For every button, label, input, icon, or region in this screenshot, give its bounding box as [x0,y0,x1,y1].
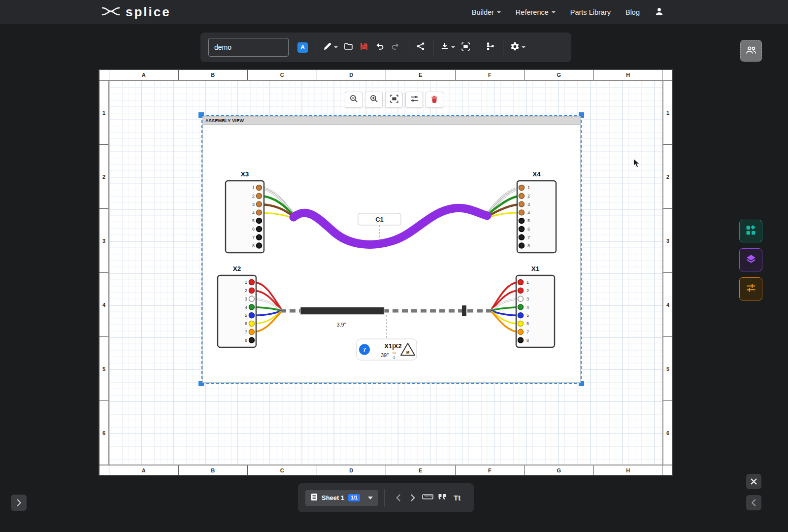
cable-c1-wires-right [486,188,520,218]
pin-number: 1 [526,280,529,285]
save-button[interactable] [357,38,371,57]
redo-button[interactable] [389,38,402,57]
ruler-row-label: 6 [663,401,672,465]
edit-mode-button[interactable] [322,38,339,57]
fullscreen-button[interactable] [459,38,472,57]
share-button[interactable] [414,38,427,57]
nav-reference-label: Reference [516,8,549,16]
pin-number: 4 [527,210,530,215]
close-icon [751,478,757,485]
connector-x4[interactable]: X4 12345678 [517,170,556,253]
project-name-input[interactable] [208,38,289,57]
chevron-down-icon [497,11,501,13]
chevron-down-icon [451,46,455,48]
ruler-column-label: F [456,70,525,80]
pin-contact [518,296,524,301]
fit-view-button[interactable] [385,92,403,108]
pin-number: 6 [245,321,247,326]
delete-button[interactable] [426,92,443,108]
view-options-button[interactable] [405,92,423,108]
collaborators-button[interactable] [740,40,762,62]
svg-text:X3: X3 [241,170,249,178]
layers-panel-button[interactable] [739,248,762,271]
pin-number: 8 [527,243,530,248]
chevron-down-icon [552,11,556,13]
properties-panel-button[interactable] [739,277,762,300]
pin-contact [519,234,525,240]
expand-left-panel-button[interactable] [11,495,27,511]
pin-contact [249,288,255,293]
nav-parts-library[interactable]: Parts Library [570,8,611,16]
zoom-in-button[interactable] [365,92,383,108]
pin-number: 1 [527,185,530,190]
zoom-out-button[interactable] [345,92,362,108]
pin-contact [249,329,255,334]
nav-builder[interactable]: Builder [472,8,501,16]
sheet-bar: Sheet 1 1/1 Tt [298,483,474,512]
collapse-right-panel-button[interactable] [746,495,761,510]
parts-panel-button[interactable] [739,220,762,242]
pin-number: 7 [252,235,255,240]
connector-x3[interactable]: X3 12345678 [226,170,264,253]
connector-x2[interactable]: X2 12345678 [218,265,256,347]
close-panel-button[interactable] [746,474,761,489]
ruler-column-label: B [179,70,248,80]
pin-number: 3 [245,297,247,301]
ruler-row-label: 1 [663,81,672,145]
ruler-column-label: G [525,70,594,80]
nav-blog[interactable]: Blog [625,8,640,16]
pin-contact [519,185,525,191]
text-size-button[interactable]: Tt [450,490,464,506]
pin-number: 2 [245,288,247,293]
next-sheet-button[interactable] [405,490,420,506]
cable-x1-x2[interactable] [280,305,492,316]
pin-contact [249,313,255,318]
settings-button[interactable] [509,38,527,57]
pin-number: 1 [245,280,247,285]
pin-contact [249,304,255,310]
user-account-button[interactable] [655,7,664,18]
ruler-corner [662,466,672,475]
autosave-badge[interactable]: A [297,42,308,53]
connector-x1[interactable]: X1 12345678 [516,265,555,347]
ruler-corner [99,70,109,80]
ruler-row-label: 5 [99,337,108,401]
pin-number: 3 [526,297,529,301]
cable-tube-segment [300,307,384,315]
undo-button[interactable] [373,38,387,57]
chevron-down-icon [368,497,373,499]
netlist-tree-button[interactable] [484,38,497,57]
ruler-row-label: 5 [663,337,672,401]
pin-contact [519,210,525,215]
ruler-row-label: 3 [99,209,108,273]
svg-text:M: M [406,350,409,355]
open-file-button[interactable] [341,38,355,57]
svg-text:7: 7 [363,347,366,353]
pin-contact [257,218,262,224]
nav-blog-label: Blog [625,8,640,16]
pin-contact [249,321,255,327]
chevron-down-icon [334,46,338,48]
nav-reference[interactable]: Reference [516,8,556,16]
prev-sheet-button[interactable] [391,490,405,506]
app-logo[interactable]: splice [101,0,171,24]
pin-contact [519,201,525,207]
measure-button[interactable] [420,490,435,506]
save-floppy-icon [360,42,368,53]
pin-contact [257,210,262,215]
ruler-column-label: C [248,70,317,80]
layers-icon [746,254,756,266]
parts-blocks-icon [746,225,756,237]
undo-icon [375,42,384,53]
svg-text:X4: X4 [532,170,541,178]
pin-contact [249,296,255,301]
sheet-selector[interactable]: Sheet 1 1/1 [305,490,378,506]
pin-number: 8 [245,338,247,343]
svg-text:X2: X2 [233,265,241,272]
pin-number: 4 [526,305,529,310]
ruler-corner [99,466,109,475]
measurement-callout[interactable]: 7 X1|X2 39" +1 -1 M [357,339,417,360]
notes-button[interactable] [435,490,450,506]
download-button[interactable] [439,38,457,57]
app-logo-text: splice [126,4,171,20]
